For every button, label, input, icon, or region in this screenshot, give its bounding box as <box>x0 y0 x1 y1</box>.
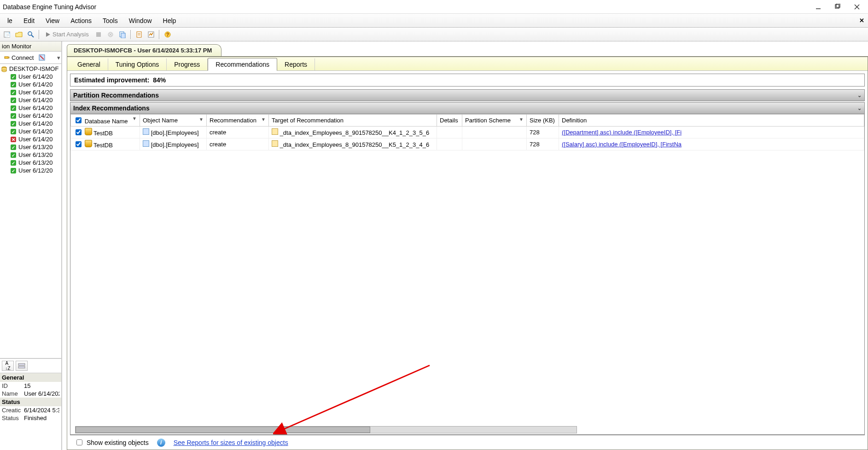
tab-general[interactable]: General <box>70 58 108 70</box>
tab-progress[interactable]: Progress <box>167 58 208 70</box>
start-analysis-button[interactable]: Start Analysis <box>42 31 92 38</box>
col-size[interactable]: Size (KB) <box>527 115 559 127</box>
connect-button[interactable]: Connect <box>1 53 36 63</box>
database-icon <box>85 140 92 147</box>
menu-help[interactable]: Help <box>157 15 182 26</box>
svg-text:✓: ✓ <box>12 161 15 166</box>
table-row[interactable]: TestDB [dbo].[Employees] create _dta_ind… <box>71 127 864 138</box>
disconnect-icon[interactable] <box>37 52 47 63</box>
tab-recommendations[interactable]: Recommendations <box>208 58 277 71</box>
session-label: User 6/14/20 <box>18 136 52 143</box>
menu-actions[interactable]: Actions <box>65 15 97 26</box>
cell-details <box>437 127 462 138</box>
expand-collapse-icon[interactable]: ⌄ <box>857 92 862 98</box>
session-item[interactable]: ✓User 6/14/20 <box>0 88 61 96</box>
prop-creat-val: 6/14/2024 5:3 <box>24 407 59 414</box>
expand-collapse-icon[interactable]: ⌄ <box>857 105 862 111</box>
close-button[interactable] <box>852 2 862 12</box>
select-all-checkbox[interactable] <box>76 117 82 123</box>
sort-az-button[interactable]: A↓Z <box>2 361 14 371</box>
session-monitor-panel: ion Monitor Connect ▾ DESKTOP-ISMOF ✓Use… <box>0 41 62 450</box>
menu-view[interactable]: View <box>40 15 65 26</box>
tab-tuning-options[interactable]: Tuning Options <box>108 58 167 70</box>
window-title: Database Engine Tuning Advisor <box>3 3 814 11</box>
col-db-name[interactable]: Database Name▼ <box>71 115 140 127</box>
maximize-button[interactable] <box>833 2 842 12</box>
server-icon <box>1 66 7 72</box>
show-existing-input[interactable] <box>76 439 82 445</box>
dropdown-icon[interactable]: ▼ <box>132 116 137 121</box>
col-object-name[interactable]: Object Name▼ <box>140 115 207 127</box>
start-analysis-label: Start Analysis <box>52 31 89 38</box>
session-item[interactable]: ✓User 6/14/20 <box>0 112 61 120</box>
session-ok-icon: ✓ <box>10 167 17 174</box>
dropdown-icon[interactable]: ▼ <box>261 117 266 122</box>
server-label: DESKTOP-ISMOF <box>9 65 58 72</box>
find-icon[interactable] <box>26 29 36 40</box>
evaluate-icon[interactable] <box>146 29 156 40</box>
stop-icon[interactable] <box>93 29 104 40</box>
col-target[interactable]: Target of Recommendation <box>269 115 437 127</box>
session-item[interactable]: ✓User 6/13/20 <box>0 159 61 167</box>
session-item[interactable]: ✓User 6/12/20 <box>0 167 61 174</box>
mdi-close-icon[interactable]: ✕ <box>857 16 866 25</box>
session-monitor-title: ion Monitor <box>0 41 61 52</box>
minimize-button[interactable] <box>814 2 823 12</box>
menu-file[interactable]: le <box>2 15 18 26</box>
panel-dropdown-icon[interactable]: ▾ <box>57 54 60 61</box>
cell-rec: create <box>207 127 269 138</box>
menu-window[interactable]: Window <box>123 15 157 26</box>
help-icon[interactable]: ? <box>163 29 173 40</box>
session-item[interactable]: ✓User 6/13/20 <box>0 143 61 151</box>
col-definition[interactable]: Definition <box>559 115 864 127</box>
horizontal-scrollbar[interactable] <box>75 426 577 433</box>
see-reports-link[interactable]: See Reports for sizes of existing object… <box>174 439 288 446</box>
session-item[interactable]: ✓User 6/14/20 <box>0 73 61 81</box>
definition-link[interactable]: ([Department] asc) include ([EmployeeID]… <box>562 129 682 136</box>
session-item[interactable]: ✓User 6/14/20 <box>0 96 61 104</box>
cell-db: TestDB <box>93 142 113 149</box>
session-item[interactable]: ✓User 6/14/20 <box>0 120 61 127</box>
row-checkbox[interactable] <box>76 129 82 135</box>
session-label: User 6/14/20 <box>18 81 52 88</box>
prop-id-key: ID <box>2 382 24 389</box>
copy-icon[interactable] <box>117 29 128 40</box>
col-details[interactable]: Details <box>437 115 462 127</box>
cell-target: _dta_index_Employees_8_901578250__K5_1_2… <box>280 141 430 148</box>
table-row[interactable]: TestDB [dbo].[Employees] create _dta_ind… <box>71 138 864 150</box>
session-item[interactable]: ✓User 6/13/20 <box>0 151 61 159</box>
server-node[interactable]: DESKTOP-ISMOF <box>0 65 61 73</box>
report-icon[interactable] <box>134 29 144 40</box>
svg-text:✓: ✓ <box>12 82 15 87</box>
recommendations-grid[interactable]: Database Name▼ Object Name▼ Recommendati… <box>70 114 865 150</box>
scrollbar-thumb[interactable] <box>76 427 370 433</box>
svg-text:✓: ✓ <box>12 153 15 158</box>
definition-link[interactable]: ([Salary] asc) include ([EmployeeID], [F… <box>562 141 682 148</box>
session-ok-icon: ✓ <box>10 152 17 158</box>
session-item[interactable]: ✓User 6/14/20 <box>0 81 61 88</box>
svg-text:✓: ✓ <box>12 168 15 173</box>
menu-edit[interactable]: Edit <box>18 15 40 26</box>
prop-group-status: Status <box>0 398 61 406</box>
show-existing-checkbox[interactable]: Show existing objects <box>75 438 149 447</box>
session-tree[interactable]: DESKTOP-ISMOF ✓User 6/14/20✓User 6/14/20… <box>0 64 61 358</box>
partition-recs-header[interactable]: Partition Recommendations ⌄ <box>70 89 865 101</box>
categorize-button[interactable] <box>16 361 28 371</box>
cancel-icon[interactable] <box>105 29 116 40</box>
index-recs-header[interactable]: Index Recommendations ⌄ <box>70 102 865 114</box>
col-partition-scheme[interactable]: Partition Scheme▼ <box>462 115 527 127</box>
new-session-icon[interactable]: 📄 <box>2 29 12 40</box>
col-recommendation[interactable]: Recommendation▼ <box>207 115 269 127</box>
session-label: User 6/14/20 <box>18 104 52 111</box>
prop-status-key: Status <box>2 415 24 421</box>
menu-tools[interactable]: Tools <box>97 15 123 26</box>
dropdown-icon[interactable]: ▼ <box>199 117 204 122</box>
dropdown-icon[interactable]: ▼ <box>519 117 524 122</box>
session-item[interactable]: ✓User 6/14/20 <box>0 127 61 135</box>
session-item[interactable]: ✓User 6/14/20 <box>0 104 61 112</box>
open-icon[interactable] <box>14 29 24 40</box>
tab-reports[interactable]: Reports <box>277 58 315 70</box>
session-item[interactable]: ✕User 6/14/20 <box>0 135 61 143</box>
row-checkbox[interactable] <box>76 141 82 147</box>
document-tab[interactable]: DESKTOP-ISMOFCB - User 6/14/2024 5:33:17… <box>67 44 221 56</box>
